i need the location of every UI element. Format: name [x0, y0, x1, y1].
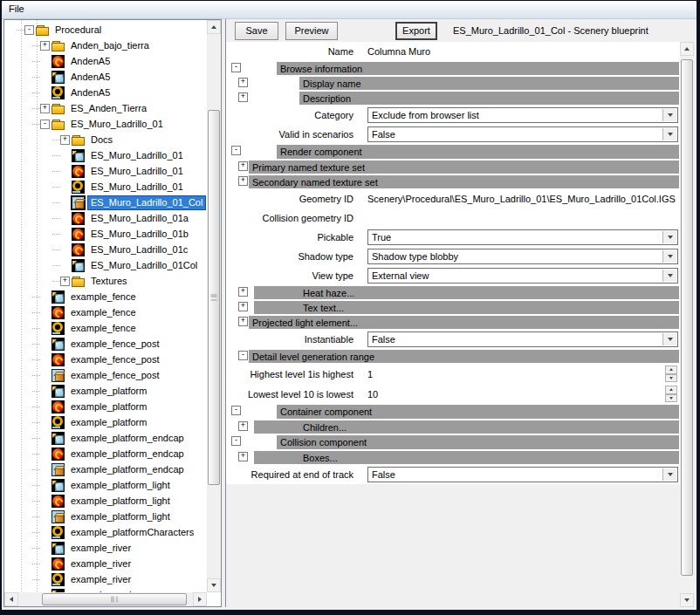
collapse-toggle[interactable]: -	[238, 351, 248, 360]
dropdown-arrow-icon[interactable]	[662, 333, 676, 345]
tree-item[interactable]: + ES_Anden_Tierra	[4, 100, 207, 116]
tree-expander[interactable]	[60, 151, 70, 161]
tree-item[interactable]: ES_Muro_Ladrillo_01c	[4, 242, 207, 257]
tree-expander[interactable]	[40, 559, 50, 569]
tree-expander[interactable]: +	[60, 277, 70, 286]
tree-item[interactable]: example_platform_endcap	[4, 430, 207, 446]
tree-expander[interactable]	[60, 182, 70, 192]
tree-expander[interactable]	[40, 528, 50, 537]
tree-expander[interactable]	[40, 371, 50, 380]
tree-item[interactable]: example_platform_light	[4, 493, 207, 509]
tree-item[interactable]: ES_Muro_Ladrillo_01b	[4, 226, 207, 242]
dropdown-arrow-icon[interactable]	[662, 231, 676, 243]
tree-expander[interactable]	[40, 465, 50, 475]
scroll-up-button[interactable]	[207, 20, 221, 34]
tree-expander[interactable]	[40, 386, 50, 396]
tree-item[interactable]: - ES_Muro_Ladrillo_01	[4, 116, 207, 132]
collapse-toggle[interactable]: -	[231, 436, 241, 446]
tree-expander[interactable]: -	[24, 25, 34, 35]
expand-toggle[interactable]: +	[238, 176, 248, 186]
tree-item[interactable]: example_platformCharacters	[4, 524, 207, 540]
dropdown-arrow-icon[interactable]	[662, 250, 676, 263]
tree-item[interactable]: AndenA5	[4, 85, 207, 100]
tree-item[interactable]: example_platform_light	[4, 509, 207, 524]
tree-item[interactable]: ES_Muro_Ladrillo_01Col	[4, 257, 207, 273]
tree-expander[interactable]	[40, 449, 50, 459]
scroll-thumb[interactable]	[681, 59, 693, 576]
tree-item[interactable]: example_fence	[4, 304, 207, 320]
tree-expander[interactable]	[40, 496, 50, 506]
expand-toggle[interactable]: +	[238, 317, 248, 326]
tree-expander[interactable]	[40, 292, 50, 302]
highest-level-input[interactable]: 1	[367, 369, 373, 379]
spin-up-button[interactable]	[665, 366, 677, 374]
tree-item[interactable]: example_river	[4, 571, 207, 587]
tree-expander[interactable]	[60, 167, 70, 176]
scroll-thumb[interactable]	[42, 593, 187, 605]
tree-item[interactable]: example_platform_endcap	[4, 446, 207, 461]
tree-expander[interactable]	[40, 418, 50, 427]
menu-file[interactable]: File	[2, 1, 31, 18]
tree-expander[interactable]	[40, 57, 50, 66]
tree-item[interactable]: ES_Muro_Ladrillo_01	[4, 147, 207, 163]
tree-item[interactable]: ES_Muro_Ladrillo_01a	[4, 210, 207, 226]
tree-expander[interactable]	[60, 214, 70, 223]
tree-item[interactable]: example_platform	[4, 414, 207, 430]
expand-toggle[interactable]: +	[238, 161, 248, 171]
tree-expander[interactable]	[60, 261, 70, 270]
tree-item[interactable]: example_river	[4, 540, 207, 556]
tree-expander[interactable]	[40, 402, 50, 412]
tree-item[interactable]: + Docs	[4, 132, 207, 147]
tree-expander[interactable]	[60, 198, 70, 208]
expand-toggle[interactable]: +	[238, 287, 248, 297]
spin-down-button[interactable]	[665, 394, 677, 403]
category-dropdown[interactable]: Exclude from browser list	[367, 107, 678, 123]
tree-item[interactable]: example_platform_light	[4, 477, 207, 493]
tree-item[interactable]: + Anden_bajo_tierra	[4, 38, 207, 53]
pickable-dropdown[interactable]: True	[367, 229, 678, 245]
expand-toggle[interactable]: +	[238, 92, 248, 102]
tree-expander[interactable]	[40, 355, 50, 365]
tree-item[interactable]: example_fence	[4, 289, 207, 304]
tree-item[interactable]: example_platform	[4, 383, 207, 399]
save-button[interactable]: Save	[235, 22, 278, 40]
tree-item[interactable]: example_platform	[4, 399, 207, 414]
tree-expander[interactable]	[40, 308, 50, 318]
tree-vertical-scrollbar[interactable]	[207, 20, 221, 592]
preview-button[interactable]: Preview	[285, 22, 338, 40]
tree-expander[interactable]: +	[40, 104, 50, 113]
tree-expander[interactable]	[40, 512, 50, 522]
tree-expander[interactable]	[60, 245, 70, 255]
tree-item[interactable]: + Textures	[4, 273, 207, 289]
name-value[interactable]: Columna Muro	[367, 46, 430, 57]
view-type-dropdown[interactable]: External view	[367, 268, 678, 284]
tree-item[interactable]: AndenA5	[4, 53, 207, 69]
expand-toggle[interactable]: +	[238, 452, 248, 461]
collapse-toggle[interactable]: -	[231, 406, 241, 415]
tree-expander[interactable]	[40, 324, 50, 333]
tree-expander[interactable]: -	[40, 120, 50, 129]
tree-item[interactable]: - Procedural	[4, 22, 207, 38]
scroll-left-button[interactable]	[4, 592, 18, 606]
spin-up-button[interactable]	[665, 386, 677, 394]
shadow-type-dropdown[interactable]: Shadow type blobby	[367, 249, 678, 264]
expand-toggle[interactable]: +	[238, 421, 248, 431]
dropdown-arrow-icon[interactable]	[662, 128, 676, 140]
grid-vertical-scrollbar[interactable]	[680, 42, 694, 607]
tree-expander[interactable]	[40, 88, 50, 98]
scroll-right-button[interactable]	[193, 592, 207, 606]
tree-horizontal-scrollbar[interactable]	[4, 592, 207, 606]
tree-item[interactable]: ES_Muro_Ladrillo_01	[4, 163, 207, 179]
required-at-end-of-track-dropdown[interactable]: False	[367, 467, 678, 482]
tree-item[interactable]: ES_Muro_Ladrillo_01_Col	[4, 195, 207, 210]
dropdown-arrow-icon[interactable]	[662, 109, 676, 121]
tree-expander[interactable]: +	[40, 41, 50, 51]
tree-expander[interactable]	[40, 72, 50, 82]
valid-in-scenarios-dropdown[interactable]: False	[367, 126, 678, 142]
scroll-down-button[interactable]	[680, 593, 694, 607]
tree-expander[interactable]	[40, 339, 50, 349]
tree-item[interactable]: ES_Muro_Ladrillo_01	[4, 179, 207, 195]
scroll-down-button[interactable]	[207, 578, 221, 592]
lowest-level-input[interactable]: 10	[367, 389, 378, 400]
tree-item[interactable]: example_fence_post	[4, 336, 207, 352]
